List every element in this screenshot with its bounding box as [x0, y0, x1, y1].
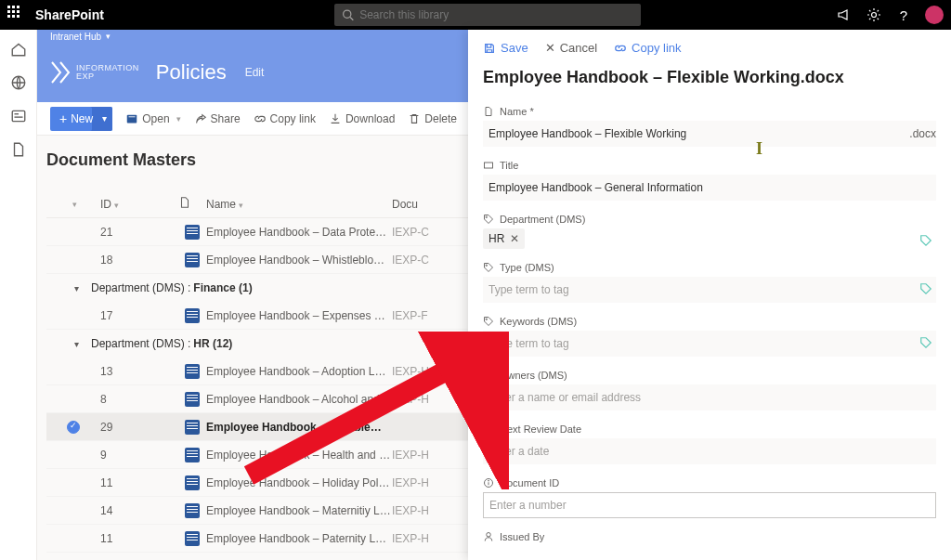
cell-name[interactable]: Employee Handbook – Expenses Policy and… — [206, 309, 392, 322]
home-icon[interactable] — [10, 41, 27, 58]
help-icon[interactable]: ? — [895, 7, 912, 23]
cell-doc: IEXP-F — [392, 309, 448, 322]
department-label: Department (DMS) — [483, 214, 936, 225]
row-checkbox[interactable] — [67, 421, 80, 434]
cell-name[interactable]: Employee Handbook – Holiday Policy.docx — [206, 476, 392, 489]
chevron-down-icon: ▾ — [176, 114, 181, 124]
chevron-down-icon[interactable]: ▾ — [72, 200, 77, 209]
cell-id: 13 — [100, 365, 178, 378]
word-doc-icon — [185, 392, 200, 407]
cell-name[interactable]: Employee Handbook – Health and Safety.d… — [206, 449, 392, 462]
cell-doc: IEXP-H — [392, 476, 448, 489]
cell-name[interactable]: Employee Handbook – Data Protection.docx — [206, 226, 392, 239]
cell-id: 9 — [100, 449, 178, 462]
chevron-down-icon[interactable] — [74, 283, 91, 293]
open-icon — [125, 112, 138, 125]
word-doc-icon — [185, 531, 200, 546]
copylink-button[interactable]: Copy link — [254, 112, 316, 125]
suite-header: SharePoint ? — [0, 0, 951, 30]
word-doc-icon — [185, 475, 200, 490]
share-button[interactable]: Share — [194, 112, 241, 125]
cell-id: 11 — [100, 532, 178, 545]
info-icon — [483, 477, 494, 488]
open-button[interactable]: Open ▾ — [125, 112, 180, 125]
svg-point-11 — [486, 265, 488, 267]
col-id[interactable]: ID▾ — [100, 198, 178, 211]
keywords-input[interactable] — [483, 331, 936, 357]
chevron-down-icon: ▾ — [97, 113, 107, 124]
owners-input[interactable] — [483, 384, 936, 410]
word-doc-icon — [185, 503, 200, 518]
tag-picker-icon[interactable] — [919, 282, 932, 295]
panel-title: Employee Handbook – Flexible Working.doc… — [483, 68, 936, 87]
tag-picker-icon[interactable] — [919, 234, 932, 247]
chevron-down-icon: ▾ — [106, 32, 111, 41]
new-button[interactable]: + New ▾ — [50, 107, 112, 131]
cell-name[interactable]: Employee Handbook – Whistleblowing Poli… — [206, 254, 392, 267]
word-doc-icon — [185, 364, 200, 379]
svg-rect-8 — [129, 116, 136, 117]
calendar-icon — [483, 423, 494, 435]
cancel-label: Cancel — [560, 41, 597, 55]
cancel-button[interactable]: ✕ Cancel — [545, 41, 597, 55]
cell-name[interactable]: Employee Handbook – Flexible… ⋮ — [206, 420, 392, 434]
hub-name: Intranet Hub — [50, 32, 101, 42]
remove-chip-icon[interactable]: ✕ — [510, 232, 519, 245]
cell-name[interactable]: Employee Handbook – Adoption Leave.docx — [206, 365, 392, 378]
delete-button[interactable]: Delete — [408, 112, 457, 125]
col-doc[interactable]: Docu — [392, 198, 448, 211]
word-doc-icon — [185, 225, 200, 240]
cell-name[interactable]: Employee Handbook – Maternitiy Leave an… — [206, 504, 392, 517]
new-button-label: New — [71, 112, 93, 125]
name-input[interactable] — [483, 121, 936, 147]
svg-rect-14 — [485, 425, 493, 433]
tag-picker-icon[interactable] — [919, 336, 932, 349]
save-button[interactable]: Save — [483, 41, 528, 55]
cell-name[interactable]: Employee Handbook – Alcohol and Drugs P… — [206, 393, 392, 406]
edit-link[interactable]: Edit — [245, 66, 265, 79]
megaphone-icon[interactable] — [836, 7, 853, 23]
link-icon — [254, 112, 267, 125]
copylink-label: Copy link — [632, 41, 681, 55]
svg-point-18 — [489, 480, 489, 481]
col-name[interactable]: Name▾ — [206, 198, 392, 211]
search-box[interactable] — [334, 4, 641, 26]
col-type-icon[interactable] — [178, 196, 206, 212]
avatar[interactable] — [925, 6, 944, 24]
svg-rect-4 — [12, 111, 25, 121]
type-input[interactable] — [483, 277, 936, 303]
share-icon — [194, 112, 207, 125]
copylink-label: Copy link — [270, 112, 316, 125]
docid-input[interactable] — [483, 492, 936, 518]
title-input[interactable] — [483, 175, 936, 201]
cell-id: 11 — [100, 476, 178, 489]
text-icon — [483, 160, 494, 171]
app-launcher-icon[interactable] — [7, 6, 26, 24]
brand-name: SharePoint — [35, 7, 104, 22]
files-icon[interactable] — [10, 141, 27, 158]
gear-icon[interactable] — [866, 7, 882, 23]
person-icon — [483, 370, 494, 381]
save-label: Save — [501, 41, 528, 55]
file-icon — [483, 106, 494, 117]
docid-label: Document ID — [483, 477, 936, 488]
trash-icon — [408, 112, 421, 125]
svg-line-1 — [350, 17, 353, 20]
cell-name[interactable]: Employee Handbook – Paternity Leave an… — [206, 532, 392, 545]
copylink-button[interactable]: Copy link — [614, 41, 681, 55]
close-icon: ✕ — [545, 41, 555, 55]
share-icon[interactable] — [387, 420, 392, 431]
properties-panel: Save ✕ Cancel Copy link Employee Handboo… — [468, 30, 951, 560]
download-button[interactable]: Download — [329, 112, 395, 125]
department-chip[interactable]: HR ✕ — [483, 228, 525, 249]
svg-rect-7 — [127, 114, 137, 123]
logo-text-bottom: EXP — [76, 72, 139, 81]
chevron-down-icon[interactable] — [74, 339, 91, 349]
search-icon — [342, 8, 354, 21]
news-icon[interactable] — [10, 108, 27, 124]
site-logo[interactable]: INFORMATION EXP — [50, 60, 139, 85]
cell-doc: IEXP-C — [392, 254, 448, 267]
globe-icon[interactable] — [10, 74, 27, 91]
search-input[interactable] — [359, 8, 633, 21]
nextreview-input[interactable] — [483, 438, 936, 464]
